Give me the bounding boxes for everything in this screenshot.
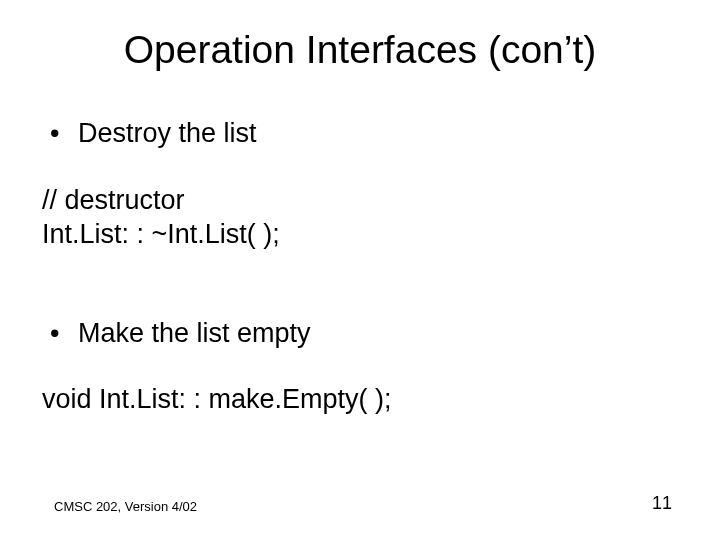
bullet-destroy-label: Destroy the list — [78, 118, 257, 148]
code-make-empty-sig: void Int.List: : make.Empty( ); — [42, 384, 392, 415]
slide-title: Operation Interfaces (con’t) — [0, 28, 720, 72]
code-destructor-comment: // destructor — [42, 184, 280, 218]
code-block-destructor: // destructor Int.List: : ~Int.List( ); — [42, 184, 280, 252]
code-block-make-empty: void Int.List: : make.Empty( ); — [42, 384, 392, 415]
footer-course: CMSC 202, Version 4/02 — [54, 499, 197, 514]
code-destructor-sig: Int.List: : ~Int.List( ); — [42, 218, 280, 252]
bullet-make-empty-label: Make the list empty — [78, 318, 311, 348]
bullet-dot-icon: • — [50, 118, 78, 149]
footer-page-number: 11 — [652, 493, 672, 514]
bullet-dot-icon: • — [50, 318, 78, 349]
bullet-destroy: •Destroy the list — [50, 118, 257, 149]
slide: Operation Interfaces (con’t) •Destroy th… — [0, 0, 720, 540]
bullet-make-empty: •Make the list empty — [50, 318, 311, 349]
